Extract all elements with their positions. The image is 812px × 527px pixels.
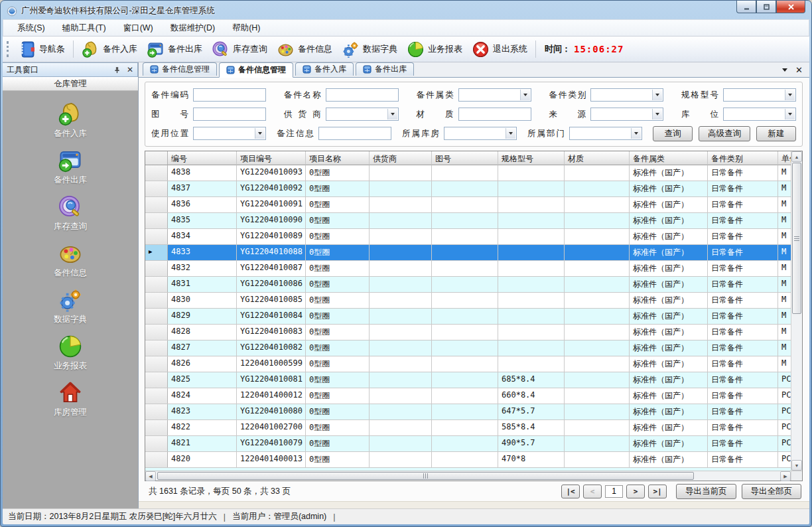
cell[interactable]: 日常备件 (708, 197, 778, 212)
cell[interactable]: 0型圈 (306, 181, 370, 196)
cell[interactable]: M (778, 356, 791, 372)
cell[interactable]: YG12204010092 (237, 181, 306, 196)
cell[interactable]: YG12204010090 (237, 213, 306, 228)
cell[interactable]: 4820 (168, 452, 237, 467)
cell[interactable]: 标准件（国产） (630, 309, 708, 324)
parts-info-nav-item[interactable]: 备件信息 (54, 241, 87, 279)
cell[interactable] (432, 388, 498, 404)
row-selector[interactable] (145, 372, 168, 388)
cell[interactable]: 标准件（国产） (630, 356, 708, 372)
cell[interactable]: M (778, 213, 791, 228)
cell[interactable]: M (778, 293, 791, 308)
scroll-up-icon[interactable]: ▲ (791, 151, 802, 162)
cell[interactable]: PC (778, 452, 791, 467)
minimize-button[interactable] (736, 1, 756, 13)
usage-position-select[interactable] (193, 127, 266, 140)
cell[interactable] (565, 404, 630, 419)
cell[interactable]: 0型圈 (306, 197, 370, 212)
cell[interactable] (565, 261, 630, 276)
cell[interactable]: 日常备件 (708, 181, 778, 196)
cell[interactable] (498, 293, 565, 308)
row-selector[interactable] (145, 436, 168, 451)
department-select[interactable] (569, 127, 642, 140)
table-row[interactable]: 482012204014000130型圈470*8标准件（国产）日常备件PC (145, 452, 791, 468)
cell[interactable]: M (778, 277, 791, 292)
cell[interactable]: YG12204010093 (237, 165, 306, 181)
cell[interactable] (565, 325, 630, 340)
vscroll-track[interactable] (791, 162, 802, 460)
row-selector[interactable] (145, 404, 168, 419)
cell[interactable] (432, 404, 498, 419)
table-row[interactable]: 4830YG122040100850型圈标准件（国产）日常备件M (145, 293, 791, 309)
cell[interactable]: M (778, 165, 791, 181)
cell[interactable]: 0型圈 (306, 245, 370, 260)
cell[interactable]: 标准件（国产） (630, 420, 708, 435)
row-selector[interactable] (145, 197, 168, 212)
cell[interactable]: 日常备件 (708, 165, 778, 181)
query-button[interactable]: 查询 (653, 126, 693, 141)
cell[interactable]: PC (778, 404, 791, 419)
stock-query-nav-item[interactable]: 库存查询 (54, 194, 87, 232)
cell[interactable]: 日常备件 (708, 245, 778, 260)
table-row[interactable]: 4825YG122040100810型圈685*8.4标准件（国产）日常备件PC (145, 372, 791, 388)
table-row[interactable]: 4835YG122040100900型圈标准件（国产）日常备件M (145, 213, 791, 229)
cell[interactable]: PC (778, 388, 791, 404)
cell[interactable] (370, 245, 432, 260)
cell[interactable]: 1220401002700 (237, 420, 306, 435)
cell[interactable] (432, 356, 498, 372)
table-row[interactable]: 4834YG122040100890型圈标准件（国产）日常备件M (145, 229, 791, 245)
cell[interactable]: M (778, 245, 791, 260)
cell[interactable]: 标准件（国产） (630, 340, 708, 356)
cell[interactable]: YG12204010087 (237, 261, 306, 276)
tab-3[interactable]: 备件入库 (295, 62, 354, 76)
cell[interactable] (370, 436, 432, 451)
cell[interactable]: 标准件（国产） (630, 277, 708, 292)
cell[interactable] (432, 277, 498, 292)
parts-inbound-nav-item[interactable]: 备件入库 (54, 102, 87, 139)
vscroll-thumb[interactable] (792, 163, 801, 314)
column-header-4[interactable]: 供货商 (370, 151, 432, 165)
business-report-button[interactable]: 业务报表 (402, 38, 467, 60)
parts-outbound-nav-item[interactable]: 备件出库 (54, 148, 87, 186)
cell[interactable]: 标准件（国产） (630, 293, 708, 308)
cell[interactable]: YG12204010080 (237, 404, 306, 419)
cell[interactable]: 0型圈 (306, 452, 370, 467)
drawing-no-input[interactable] (193, 108, 266, 121)
cell[interactable]: YG12204010081 (237, 372, 306, 388)
cell[interactable]: 0型圈 (306, 356, 370, 372)
toolbar-grip[interactable] (7, 41, 9, 57)
cell[interactable] (370, 229, 432, 244)
column-header-7[interactable]: 材质 (565, 151, 630, 165)
horizontal-scrollbar[interactable]: ◀ ▶ (145, 471, 791, 481)
cell[interactable]: M (778, 229, 791, 244)
cell[interactable]: 日常备件 (708, 229, 778, 244)
row-selector[interactable] (145, 213, 168, 228)
tab-2[interactable]: 备件信息管理 (219, 62, 293, 78)
cell[interactable] (498, 356, 565, 372)
table-row[interactable]: 482612204010005990型圈标准件（国产）日常备件M (145, 356, 791, 372)
row-selector[interactable] (145, 356, 168, 372)
tab-close-icon[interactable]: ✕ (795, 66, 803, 74)
source-select[interactable] (590, 108, 663, 121)
cell[interactable] (565, 181, 630, 196)
cell[interactable] (565, 452, 630, 467)
cell[interactable]: 标准件（国产） (630, 229, 708, 244)
last-page-button[interactable]: >| (648, 485, 667, 498)
table-row[interactable]: 4829YG122040100840型圈标准件（国产）日常备件M (145, 309, 791, 325)
cell[interactable]: 0型圈 (306, 213, 370, 228)
cell[interactable]: PC (778, 420, 791, 435)
cell[interactable]: M (778, 181, 791, 196)
cell[interactable]: 日常备件 (708, 213, 778, 228)
cell[interactable] (370, 340, 432, 356)
parts-info-button[interactable]: 备件信息 (272, 38, 337, 60)
cell[interactable]: 日常备件 (708, 388, 778, 404)
cell[interactable]: 标准件（国产） (630, 213, 708, 228)
prev-page-button[interactable]: < (583, 485, 602, 498)
cell[interactable]: 标准件（国产） (630, 436, 708, 451)
cell[interactable] (370, 309, 432, 324)
cell[interactable] (565, 340, 630, 356)
cell[interactable] (498, 277, 565, 292)
combo-arrow-button[interactable] (520, 90, 530, 100)
cell[interactable]: 标准件（国产） (630, 197, 708, 212)
part-code-input[interactable] (193, 88, 266, 102)
